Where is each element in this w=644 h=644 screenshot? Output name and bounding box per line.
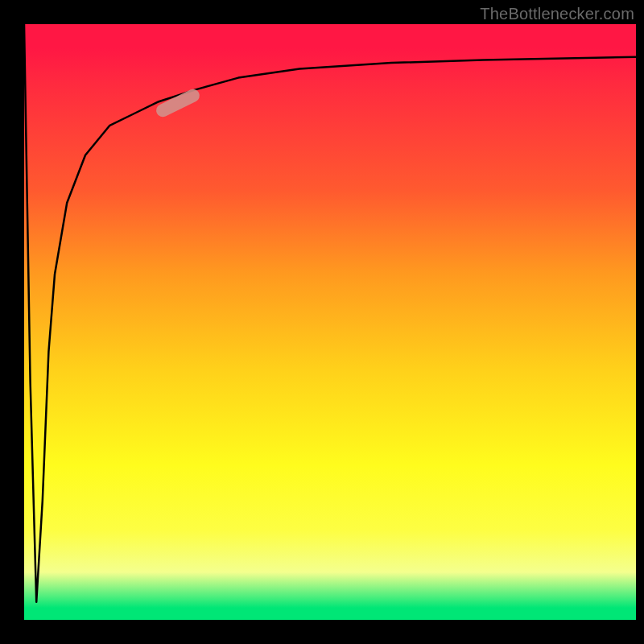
watermark-text: TheBottlenecker.com [480, 5, 634, 23]
chart-frame: TheBottlenecker.com [0, 0, 644, 644]
plot-background [24, 24, 636, 620]
